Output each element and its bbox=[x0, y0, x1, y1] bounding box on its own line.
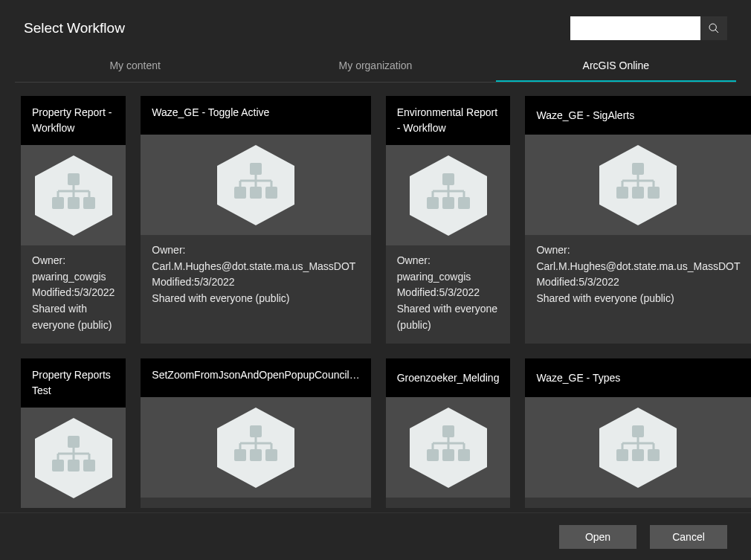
select-workflow-dialog: Select Workflow My content My organizati… bbox=[0, 0, 751, 560]
card-title: Property Report - Workflow bbox=[21, 96, 126, 145]
owner-line: Owner: Carl.M.Hughes@dot.state.ma.us_Mas… bbox=[152, 242, 359, 274]
card-thumbnail bbox=[141, 135, 370, 235]
card-meta: Owner: pwaring_cowgis Modified:5/3/2022 … bbox=[21, 245, 126, 344]
workflow-card[interactable]: Waze_GE - Types bbox=[525, 358, 751, 508]
dialog-footer: Open Cancel bbox=[0, 512, 751, 560]
svg-rect-76 bbox=[648, 449, 660, 461]
tab-my-organization[interactable]: My organization bbox=[255, 51, 495, 82]
svg-rect-14 bbox=[234, 187, 246, 199]
card-title: SetZoomFromJsonAndOpenPopupCouncil… bbox=[141, 358, 370, 397]
workflow-card[interactable]: Waze_GE - SigAlerts Owner: Carl.M.Hughes… bbox=[525, 96, 751, 344]
tab-my-content[interactable]: My content bbox=[15, 51, 255, 82]
svg-rect-3 bbox=[68, 173, 80, 185]
card-meta: Owner: pwaring_cowgis Modified:5/3/2022 … bbox=[386, 245, 511, 344]
svg-rect-66 bbox=[458, 449, 470, 461]
card-title: Environmental Report - Workflow bbox=[386, 96, 511, 145]
owner-line: Owner: Carl.M.Hughes@dot.state.ma.us_Mas… bbox=[536, 242, 740, 274]
svg-rect-46 bbox=[83, 460, 95, 472]
svg-rect-26 bbox=[458, 197, 470, 209]
workflow-card[interactable]: Property Reports Test bbox=[21, 358, 126, 508]
card-thumbnail bbox=[525, 397, 751, 498]
svg-rect-15 bbox=[250, 187, 262, 199]
workflow-icon bbox=[593, 144, 683, 227]
content-area[interactable]: Property Report - Workflow Owner: pwarin… bbox=[0, 83, 751, 512]
svg-rect-35 bbox=[632, 187, 644, 199]
card-title: Waze_GE - Types bbox=[525, 358, 751, 397]
svg-rect-74 bbox=[616, 449, 628, 461]
svg-rect-73 bbox=[632, 425, 644, 437]
shared-line: Shared with everyone (public) bbox=[152, 291, 359, 307]
card-title: Property Reports Test bbox=[21, 358, 126, 408]
svg-rect-34 bbox=[616, 187, 628, 199]
card-title: Waze_GE - SigAlerts bbox=[525, 96, 751, 135]
modified-line: Modified:5/3/2022 bbox=[397, 285, 500, 301]
shared-line: Shared with everyone (public) bbox=[32, 301, 115, 333]
cancel-button[interactable]: Cancel bbox=[650, 525, 727, 549]
card-thumbnail bbox=[386, 145, 511, 245]
card-title: Waze_GE - Toggle Active bbox=[141, 96, 370, 135]
workflow-card[interactable]: Waze_GE - Toggle Active Owner: Carl.M.Hu… bbox=[141, 96, 370, 344]
svg-rect-53 bbox=[250, 425, 262, 437]
modified-line: Modified:5/3/2022 bbox=[536, 274, 740, 291]
workflow-grid: Property Report - Workflow Owner: pwarin… bbox=[21, 96, 730, 508]
svg-rect-16 bbox=[265, 187, 277, 199]
modified-line: Modified:5/3/2022 bbox=[152, 274, 359, 291]
card-meta: Owner: Carl.M.Hughes@dot.state.ma.us_Mas… bbox=[525, 235, 751, 318]
workflow-card[interactable]: Groenzoeker_Melding bbox=[386, 358, 511, 508]
tab-arcgis-online[interactable]: ArcGIS Online bbox=[496, 51, 736, 82]
svg-line-1 bbox=[715, 30, 718, 33]
workflow-icon bbox=[593, 406, 683, 489]
card-thumbnail bbox=[21, 408, 126, 508]
owner-line: Owner: pwaring_cowgis bbox=[397, 253, 500, 285]
tabs: My content My organization ArcGIS Online bbox=[15, 51, 736, 83]
workflow-icon bbox=[404, 406, 493, 489]
workflow-icon bbox=[29, 416, 118, 500]
open-button[interactable]: Open bbox=[559, 525, 636, 549]
workflow-card[interactable]: Property Report - Workflow Owner: pwarin… bbox=[21, 96, 126, 344]
dialog-title: Select Workflow bbox=[24, 20, 125, 36]
modified-line: Modified:5/3/2022 bbox=[32, 285, 115, 301]
svg-rect-33 bbox=[632, 163, 644, 175]
svg-rect-23 bbox=[442, 173, 454, 185]
svg-rect-24 bbox=[427, 197, 439, 209]
card-meta: Owner: Carl.M.Hughes@dot.state.ma.us_Mas… bbox=[141, 235, 370, 318]
search-input[interactable] bbox=[570, 16, 700, 40]
shared-line: Shared with everyone (public) bbox=[536, 291, 740, 307]
shared-line: Shared with everyone (public) bbox=[397, 301, 500, 333]
workflow-card[interactable]: SetZoomFromJsonAndOpenPopupCouncil… bbox=[141, 358, 370, 508]
workflow-card[interactable]: Environmental Report - Workflow Owner: p… bbox=[386, 96, 511, 344]
svg-rect-36 bbox=[648, 187, 660, 199]
workflow-icon bbox=[29, 154, 118, 237]
svg-rect-13 bbox=[250, 163, 262, 175]
card-thumbnail bbox=[141, 397, 370, 498]
card-thumbnail bbox=[21, 145, 126, 245]
workflow-icon bbox=[211, 406, 300, 489]
search-button[interactable] bbox=[700, 16, 727, 40]
workflow-icon bbox=[211, 144, 300, 227]
svg-rect-55 bbox=[250, 449, 262, 461]
svg-rect-65 bbox=[442, 449, 454, 461]
svg-rect-45 bbox=[68, 460, 80, 472]
card-title: Groenzoeker_Melding bbox=[386, 358, 511, 397]
svg-rect-64 bbox=[427, 449, 439, 461]
search-bar bbox=[570, 16, 727, 40]
svg-rect-56 bbox=[265, 449, 277, 461]
workflow-icon bbox=[404, 154, 493, 237]
search-icon bbox=[708, 22, 720, 34]
svg-rect-5 bbox=[68, 197, 80, 209]
svg-rect-54 bbox=[234, 449, 246, 461]
svg-rect-25 bbox=[442, 197, 454, 209]
svg-rect-43 bbox=[68, 436, 80, 448]
svg-point-0 bbox=[709, 24, 716, 30]
svg-rect-4 bbox=[52, 197, 64, 209]
card-thumbnail bbox=[386, 397, 511, 498]
svg-rect-44 bbox=[52, 460, 64, 472]
svg-rect-75 bbox=[632, 449, 644, 461]
dialog-header: Select Workflow bbox=[0, 0, 751, 51]
card-thumbnail bbox=[525, 135, 751, 235]
svg-rect-63 bbox=[442, 425, 454, 437]
owner-line: Owner: pwaring_cowgis bbox=[32, 253, 115, 285]
svg-rect-6 bbox=[83, 197, 95, 209]
